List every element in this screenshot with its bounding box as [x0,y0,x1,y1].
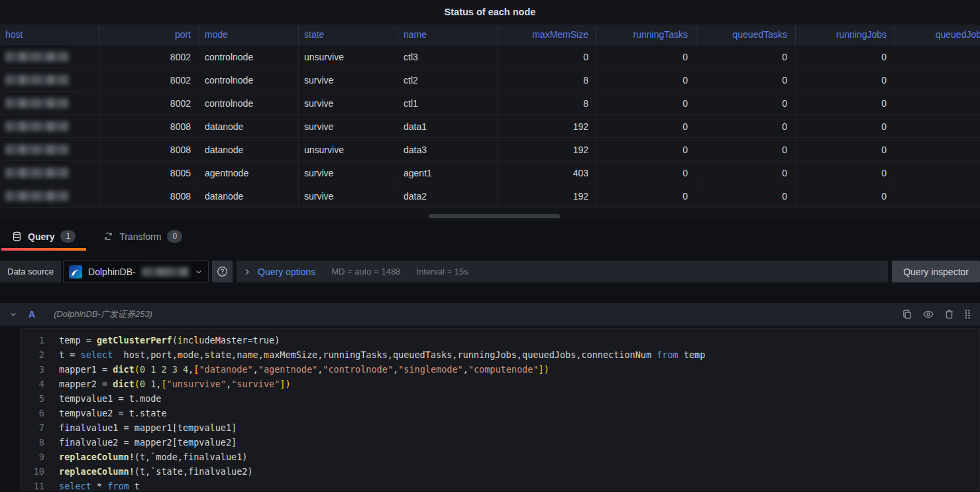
column-header-state[interactable]: state [299,25,398,45]
query-count-badge: 1 [60,230,76,243]
cell-state: survive [299,184,398,208]
trash-icon[interactable] [944,309,954,320]
cell-queuedTasks: 0 [696,184,796,208]
panel-title[interactable]: Status of each node [0,0,980,25]
editor-tabs: Query 1 Transform 0 [0,224,980,251]
cell-state: survive [299,161,398,184]
column-header-runningJobs[interactable]: runningJobs [796,25,895,45]
cell-name: data1 [398,115,498,138]
redacted-host-value [5,121,69,131]
column-header-maxMemSize[interactable]: maxMemSize [498,25,597,45]
cell-queuedTasks: 0 [696,115,796,138]
cell-host [0,138,100,161]
tab-transform[interactable]: Transform 0 [93,224,193,251]
cell-host [0,45,100,68]
line-number: 3 [21,362,44,377]
collapse-chevron-down-icon[interactable] [9,310,17,318]
cell-name: data2 [398,184,498,208]
cell-maxMemSize: 8 [498,92,597,115]
code-line: 5tempvalue1 = t.mode [21,391,979,406]
cell-queuedTasks: 0 [696,68,796,92]
cell-queuedTasks: 0 [696,161,796,184]
transform-icon [103,231,113,241]
cell-maxMemSize: 192 [498,138,597,161]
query-options-toggle[interactable]: Query options [258,267,315,277]
table-row: 8008datanodeunsurvivedata3192000 [0,138,980,161]
line-number: 7 [21,420,44,435]
column-header-queuedTasks[interactable]: queuedTasks [696,25,796,45]
column-header-mode[interactable]: mode [199,25,299,45]
tab-query-label: Query [28,231,54,242]
copy-icon[interactable] [902,309,912,320]
tab-transform-label: Transform [119,231,161,242]
code-line: 1temp = getClusterPerf(includeMaster=tru… [21,333,979,347]
table-row: 8002controlnodesurvivectl18000 [0,92,980,115]
cell-runningJobs: 0 [796,68,895,92]
query-inspector-button[interactable]: Query inspector [892,261,980,282]
redacted-host-value [5,98,69,108]
cell-maxMemSize: 0 [498,45,597,68]
datasource-picker[interactable]: DolphinDB- [63,261,209,282]
tab-query[interactable]: Query 1 [1,224,86,251]
cell-mode: controlnode [199,92,299,115]
cell-name: ctl3 [398,45,498,68]
angle-right-icon [243,268,251,276]
code-line: 6tempvalue2 = t.state [21,406,979,420]
code-line: 9replaceColumn!(t,`mode,finalvalue1) [21,450,979,464]
line-number: 6 [21,406,44,420]
cell-state: unsurvive [299,45,398,68]
table-row: 8008datanodesurvivedata2192000 [0,184,980,208]
cell-runningJobs: 0 [796,184,895,208]
cell-port: 8008 [100,184,199,208]
query-row-header[interactable]: A (DolphinDB-广发证券253) [0,303,980,326]
cell-runningJobs: 0 [796,161,895,184]
cell-runningJobs: 0 [796,115,895,138]
column-header-name[interactable]: name [398,25,498,45]
help-circle-icon [217,266,228,277]
table-row: 8008datanodesurvivedata1192000 [0,115,980,138]
code-line: 4mapper2 = dict(0 1,["unsurvive","surviv… [21,377,979,391]
line-number: 10 [21,464,44,479]
cell-name: ctl2 [398,68,498,92]
table-row: 8002controlnodesurvivectl28000 [0,68,980,92]
cell-queuedTasks: 0 [696,138,796,161]
redacted-host-value [5,168,69,178]
cell-name: ctl1 [398,92,498,115]
eye-icon[interactable] [922,309,934,320]
column-header-queuedJobs[interactable]: queuedJobs [895,25,980,45]
max-data-points-text: MD = auto = 1488 [331,267,400,277]
cell-queuedJobs [895,68,980,92]
cell-name: agent1 [398,161,498,184]
drag-handle-icon[interactable] [964,309,971,320]
table-body: 8002controlnodeunsurvivectl300008002cont… [0,45,980,208]
cell-runningTasks: 0 [597,92,696,115]
cell-host [0,184,100,208]
cell-mode: datanode [199,138,299,161]
cell-runningTasks: 0 [597,45,696,68]
redacted-host-value [5,145,69,154]
table-row: 8002controlnodeunsurvivectl30000 [0,45,980,68]
interval-text: Interval = 15s [416,267,468,277]
column-header-runningTasks[interactable]: runningTasks [597,25,696,45]
cell-runningTasks: 0 [597,161,696,184]
redacted-datasource-name [142,267,189,277]
line-number: 1 [21,333,44,347]
cell-state: unsurvive [299,138,398,161]
cell-queuedTasks: 0 [696,45,796,68]
cell-name: data3 [398,138,498,161]
chevron-down-icon [195,268,203,276]
cell-mode: agentnode [199,161,299,184]
cell-state: survive [299,92,398,115]
cell-port: 8002 [100,92,199,115]
column-header-port[interactable]: port [100,25,199,45]
line-number: 4 [21,377,44,391]
cell-mode: datanode [199,184,299,208]
table-horizontal-scrollbar[interactable] [429,214,560,218]
cell-runningTasks: 0 [597,184,696,208]
cell-mode: datanode [199,115,299,138]
datasource-help-button[interactable] [212,261,233,282]
cell-host [0,68,100,92]
redacted-host-value [5,52,69,62]
query-code-editor[interactable]: 1temp = getClusterPerf(includeMaster=tru… [20,328,980,491]
column-header-host[interactable]: host [0,25,100,45]
